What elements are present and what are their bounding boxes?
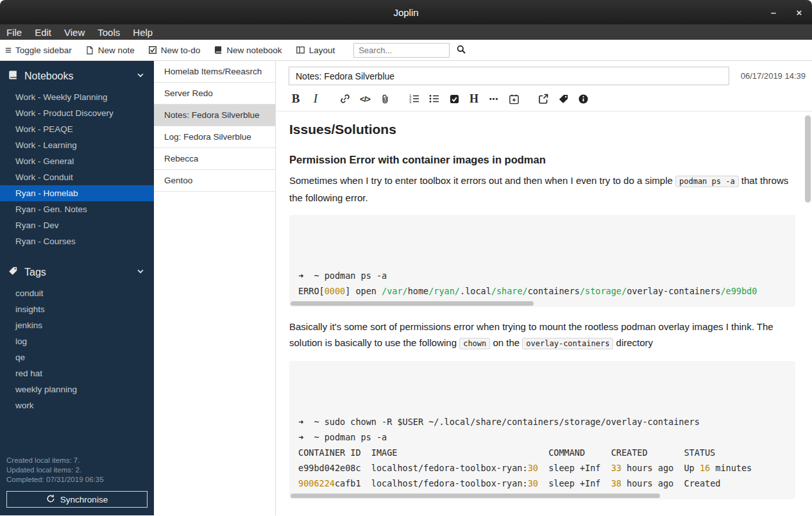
attach-file-button[interactable] (378, 92, 392, 105)
sync-status-panel: Created local items: 7.Updated local ite… (0, 451, 154, 515)
chevron-down-icon[interactable] (136, 267, 145, 278)
notebook-item[interactable]: Work - Product Discovery (0, 105, 154, 121)
new-notebook-button[interactable]: New notebook (214, 46, 282, 55)
note-properties-button[interactable] (576, 92, 590, 105)
notebook-item[interactable]: Ryan - Dev (0, 217, 154, 233)
tag-item[interactable]: insights (0, 301, 154, 317)
external-edit-button[interactable] (536, 92, 550, 105)
tag-icon (558, 94, 569, 104)
checkbox-icon (148, 46, 157, 54)
menu-bar: FileEditViewToolsHelp (0, 24, 812, 40)
layout-icon (296, 46, 305, 54)
new-note-button[interactable]: New note (85, 46, 135, 55)
note-list-item[interactable]: Log: Fedora Silverblue (154, 126, 275, 148)
book-icon (214, 46, 223, 54)
tag-item[interactable]: log (0, 333, 154, 349)
note-timestamp: 06/17/2019 14:39 (741, 71, 806, 81)
note-paragraph: Sometimes when I try to enter toolbox it… (289, 172, 795, 206)
sync-icon (46, 494, 55, 505)
notebook-item[interactable]: Ryan - Homelab (0, 185, 154, 201)
note-tags-button[interactable] (556, 92, 570, 105)
window-title: Joplin (393, 7, 418, 18)
notebook-item[interactable]: Work - Conduit (0, 169, 154, 185)
link-icon (339, 93, 351, 104)
search-icon (456, 44, 466, 56)
notebooks-header-label: Notebooks (24, 71, 74, 82)
tag-item[interactable]: qe (0, 349, 154, 365)
hyperlink-button[interactable] (338, 92, 352, 105)
heading-button[interactable]: H (467, 92, 481, 105)
note-paragraph: Basically it's some sort of permissions … (289, 319, 795, 352)
menu-item[interactable]: File (0, 24, 28, 40)
notebook-item[interactable]: Work - General (0, 153, 154, 169)
new-todo-button[interactable]: New to-do (148, 46, 201, 55)
tag-item[interactable]: work (0, 397, 154, 413)
horizontal-scrollbar-thumb[interactable] (291, 301, 534, 306)
note-list-item[interactable]: Server Redo (154, 83, 275, 104)
numbered-list-icon: 123 (409, 93, 420, 104)
menu-item[interactable]: View (58, 24, 91, 40)
notebook-item[interactable]: Work - Weekly Planning (0, 89, 154, 105)
book-icon (8, 70, 18, 83)
layout-button[interactable]: Layout (296, 46, 335, 55)
tag-icon (8, 266, 18, 279)
note-heading-1: Issues/Solutions (289, 122, 795, 137)
external-link-icon (537, 93, 549, 104)
horizontal-scrollbar-thumb[interactable] (291, 494, 660, 498)
bold-button[interactable]: B (289, 92, 303, 105)
menu-item[interactable]: Help (126, 24, 159, 40)
sync-stat-line: Created local items: 7. (6, 456, 148, 465)
numbered-list-button[interactable]: 123 (407, 92, 421, 105)
horizontal-rule-button[interactable]: ••• (487, 92, 501, 105)
note-list-item[interactable]: Gentoo (154, 170, 275, 192)
insert-date-button[interactable] (507, 92, 521, 105)
tag-item[interactable]: red hat (0, 365, 154, 381)
note-heading-2: Permission Error with container images i… (289, 154, 795, 166)
code-block: ➜ ~ podman ps -aERRO[0000] open /var/hom… (289, 215, 795, 307)
checked-checkbox-icon (449, 94, 460, 104)
tags-header[interactable]: Tags (0, 257, 154, 285)
search-button[interactable] (456, 44, 466, 56)
info-icon (578, 94, 589, 104)
menu-item[interactable]: Edit (28, 24, 58, 40)
title-bar: Joplin – × (0, 0, 812, 24)
vertical-scrollbar-thumb[interactable] (805, 115, 811, 203)
menu-item[interactable]: Tools (91, 24, 126, 40)
tag-item[interactable]: conduit (0, 285, 154, 301)
tag-item[interactable]: weekly planning (0, 381, 154, 397)
code-block: ➜ ~ sudo chown -R $USER ~/.local/share/c… (289, 361, 795, 499)
synchronise-button[interactable]: Synchronise (6, 491, 148, 508)
paperclip-icon (380, 94, 391, 104)
note-title-input[interactable] (289, 67, 729, 85)
notebook-item[interactable]: Ryan - Gen. Notes (0, 201, 154, 217)
italic-button[interactable]: I (309, 92, 323, 105)
notebook-item[interactable]: Ryan - Courses (0, 233, 154, 249)
chevron-down-icon[interactable] (136, 71, 145, 82)
search-input[interactable] (353, 43, 450, 58)
sync-stat-line: Updated local items: 2. (6, 465, 148, 475)
toggle-sidebar-button[interactable]: ≡ Toggle sidebar (5, 45, 72, 56)
tag-item[interactable]: jenkins (0, 317, 154, 333)
notebook-item[interactable]: Work - Learning (0, 137, 154, 153)
note-list-item[interactable]: Rebecca (154, 148, 275, 170)
app-toolbar: ≡ Toggle sidebar New note New to-do New … (0, 40, 812, 61)
notebook-item[interactable]: Work - PEAQE (0, 121, 154, 137)
svg-text:3: 3 (409, 100, 412, 104)
document-icon (85, 46, 94, 55)
note-viewer: Issues/Solutions Permission Error with c… (276, 111, 812, 515)
note-list: Homelab Items/ReeasrchServer RedoNotes: … (154, 61, 276, 515)
bullet-list-button[interactable] (427, 92, 441, 105)
calendar-plus-icon (509, 94, 520, 104)
sync-stats: Created local items: 7.Updated local ite… (6, 456, 148, 485)
hamburger-icon: ≡ (5, 45, 12, 56)
editor-toolbar: B I </> 123 H ••• (276, 88, 812, 111)
note-list-item[interactable]: Notes: Fedora Silverblue (154, 104, 275, 126)
tag-list: conduitinsightsjenkinslogqered hatweekly… (0, 285, 154, 413)
notebook-list: Work - Weekly PlanningWork - Product Dis… (0, 89, 154, 249)
notebooks-header[interactable]: Notebooks (0, 61, 154, 89)
checkbox-button[interactable] (447, 92, 461, 105)
note-list-item[interactable]: Homelab Items/Reeasrch (154, 61, 275, 83)
minimize-button[interactable]: – (768, 7, 779, 18)
inline-code-button[interactable]: </> (358, 92, 372, 105)
close-button[interactable]: × (794, 7, 804, 18)
